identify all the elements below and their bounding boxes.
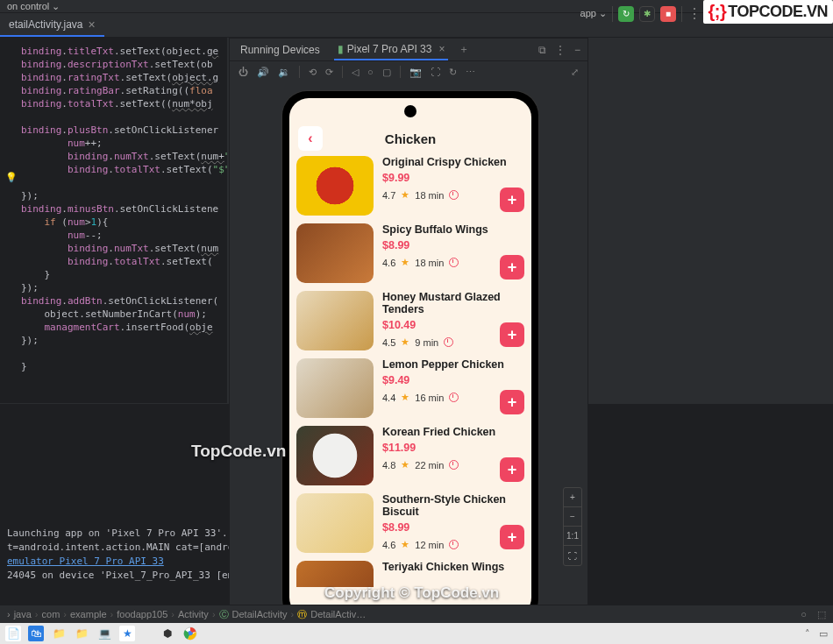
food-price: $11.99 <box>382 442 524 454</box>
add-button[interactable]: + <box>500 255 524 280</box>
food-info: Teriyaki Chicken Wings <box>382 561 524 587</box>
overview-icon[interactable]: ▢ <box>382 67 391 78</box>
more-icon[interactable]: ⋮ <box>687 5 701 22</box>
bulb-icon[interactable]: 💡 <box>5 172 18 183</box>
window-icon[interactable]: ⧉ <box>538 44 546 56</box>
food-price: $9.49 <box>382 374 524 386</box>
add-button[interactable]: + <box>500 390 524 414</box>
star-icon: ★ <box>401 336 409 348</box>
emulator-panel: Running Devices ▮ Pixel 7 Pro API 33 × ＋… <box>229 38 588 626</box>
overflow-icon[interactable]: ⋯ <box>466 67 475 78</box>
taskbar-app-icon[interactable]: ⬢ <box>160 626 175 641</box>
food-row[interactable]: Korean Fried Chicken$11.994.8★22 min+ <box>296 426 524 485</box>
back-button[interactable]: ‹ <box>298 126 323 151</box>
clock-icon <box>449 540 459 549</box>
debug-button[interactable]: ✱ <box>639 6 655 22</box>
emulator-tab-running[interactable]: Running Devices <box>237 39 324 60</box>
food-thumbnail <box>296 493 374 553</box>
food-title: Original Crispy Chicken <box>382 156 524 168</box>
bc-sep: › <box>7 609 11 619</box>
screenshot-icon[interactable]: ⛶ <box>431 67 440 77</box>
volume-down-icon[interactable]: 🔉 <box>278 67 290 78</box>
bc-item[interactable]: java <box>14 609 32 619</box>
camera-icon[interactable]: 📷 <box>409 67 422 78</box>
page-title: Chicken <box>385 131 436 146</box>
food-row[interactable]: Original Crispy Chicken$9.994.7★18 min+ <box>296 156 524 216</box>
power-icon[interactable]: ⏻ <box>239 67 248 77</box>
food-row[interactable]: Spicy Buffalo Wings$8.994.6★18 min+ <box>296 223 524 283</box>
record-icon[interactable]: ↻ <box>449 67 457 78</box>
food-title: Teriyaki Chicken Wings <box>382 561 524 573</box>
expand-icon[interactable]: ⤢ <box>571 67 579 78</box>
food-row[interactable]: Southern-Style Chicken Biscuit$8.994.6★1… <box>296 493 524 553</box>
zoom-fit-button[interactable]: ⛶ <box>564 546 581 565</box>
tray-chevron-icon[interactable]: ˄ <box>805 628 810 640</box>
zoom-out-button[interactable]: − <box>564 507 581 527</box>
emulator-tab-device[interactable]: ▮ Pixel 7 Pro API 33 × <box>334 39 449 60</box>
food-list[interactable]: Original Crispy Chicken$9.994.7★18 min+S… <box>289 156 531 617</box>
taskbar-app-icon[interactable]: 💻 <box>96 626 112 641</box>
back-icon[interactable]: ◁ <box>352 67 359 78</box>
app-header: ‹ Chicken <box>289 121 531 156</box>
food-price: $9.99 <box>382 172 524 184</box>
breadcrumb: › java› com› example› foodapp105› Activi… <box>0 605 833 623</box>
home-icon[interactable]: ○ <box>367 67 374 77</box>
bc-item[interactable]: com <box>42 609 61 619</box>
device-icon: ▮ <box>338 43 344 55</box>
editor-file-tab[interactable]: etailActivity.java × <box>0 13 104 37</box>
food-title: Spicy Buffalo Wings <box>382 223 524 236</box>
refresh-button[interactable]: ↻ <box>618 6 634 22</box>
separator <box>342 66 343 78</box>
food-thumbnail <box>296 223 374 283</box>
add-button[interactable]: + <box>500 322 524 347</box>
bc-item[interactable]: DetailActiv… <box>310 609 366 619</box>
bc-item[interactable]: example <box>70 609 107 619</box>
minimize-icon[interactable]: − <box>574 44 580 56</box>
taskbar-app-icon[interactable]: ★ <box>119 626 135 641</box>
more-icon[interactable]: ⋮ <box>555 44 566 56</box>
version-control-dropdown[interactable]: on control ⌄ <box>7 1 60 12</box>
add-tab-icon[interactable]: ＋ <box>459 42 469 57</box>
bc-item[interactable]: Activity <box>178 609 209 619</box>
stop-button[interactable]: ■ <box>660 6 676 22</box>
rating-value: 4.7 <box>382 190 395 201</box>
code-editor[interactable]: 💡 binding.titleTxt.setText(object.ge bin… <box>0 38 228 403</box>
time-value: 16 min <box>415 393 444 403</box>
add-button[interactable]: + <box>500 457 524 482</box>
add-button[interactable]: + <box>500 525 524 549</box>
class-icon: Ⓒ <box>219 608 229 621</box>
clock-icon <box>444 337 453 347</box>
rating-value: 4.4 <box>382 393 395 403</box>
taskbar-app-icon[interactable]: 🛍 <box>28 626 44 641</box>
star-icon: ★ <box>401 189 409 201</box>
time-value: 22 min <box>415 460 444 471</box>
food-row[interactable]: Teriyaki Chicken Wings <box>296 561 524 587</box>
food-row[interactable]: Lemon Pepper Chicken$9.494.4★16 min+ <box>296 358 524 418</box>
windows-taskbar: 📄 🛍 📁 📁 💻 ★ ⬢ ˄ ▭ <box>0 623 833 644</box>
run-target-dropdown[interactable]: app ⌄ <box>580 8 607 19</box>
star-icon: ★ <box>401 257 409 268</box>
food-thumbnail <box>296 561 374 587</box>
taskbar-explorer-icon[interactable]: 📁 <box>74 626 89 641</box>
bc-item[interactable]: foodapp105 <box>117 609 167 619</box>
zoom-ratio-button[interactable]: 1:1 <box>564 527 581 546</box>
taskbar-chrome-icon[interactable] <box>182 626 198 641</box>
food-thumbnail <box>296 291 374 350</box>
bc-item[interactable]: DetailActivity <box>232 609 288 619</box>
star-icon: ★ <box>401 459 409 471</box>
close-tab-icon[interactable]: × <box>438 43 445 55</box>
volume-up-icon[interactable]: 🔊 <box>257 67 269 78</box>
add-button[interactable]: + <box>500 188 524 212</box>
rating-value: 4.5 <box>382 337 395 348</box>
food-title: Korean Fried Chicken <box>382 426 524 438</box>
logo-text: TOPCODE.VN <box>728 3 828 21</box>
taskbar-app-icon[interactable]: 📄 <box>5 626 21 641</box>
tray-icon[interactable]: ▭ <box>819 628 828 640</box>
device-screen[interactable]: ‹ Chicken Original Crispy Chicken$9.994.… <box>289 98 531 617</box>
zoom-in-button[interactable]: + <box>564 488 581 507</box>
rotate-left-icon[interactable]: ⟲ <box>309 67 317 78</box>
rotate-right-icon[interactable]: ⟳ <box>325 67 333 78</box>
food-row[interactable]: Honey Mustard Glazed Tenders$10.494.5★9 … <box>296 291 524 350</box>
close-tab-icon[interactable]: × <box>88 18 95 32</box>
taskbar-explorer-icon[interactable]: 📁 <box>51 626 67 641</box>
